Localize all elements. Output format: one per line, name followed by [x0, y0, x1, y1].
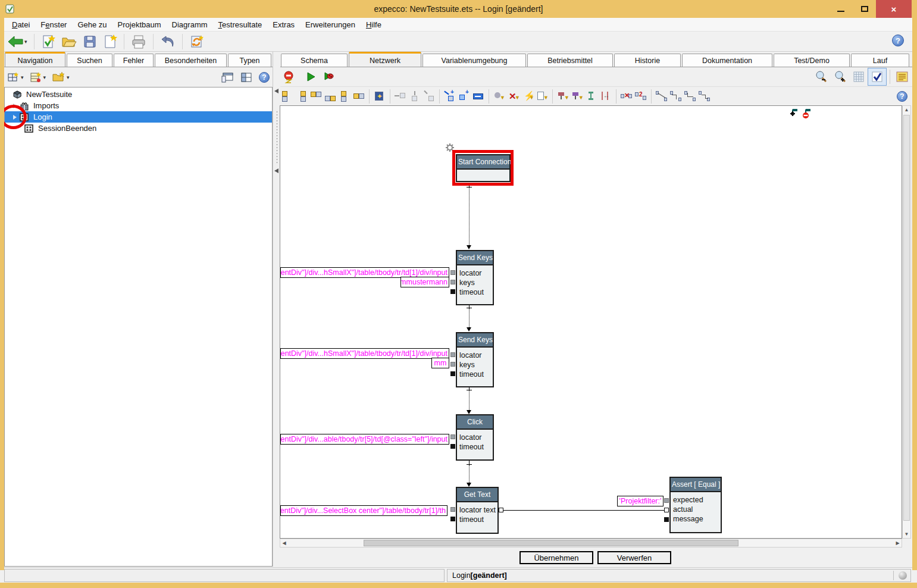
grid-toggle-button[interactable] [850, 68, 868, 86]
conn-style-diag-icon[interactable] [669, 90, 683, 103]
discard-button[interactable]: Verwerfen [597, 551, 671, 564]
tab-fehler[interactable]: Fehler [114, 54, 154, 67]
menu-fenster[interactable]: Fenster [35, 19, 72, 30]
pin-timeout[interactable]: timeout [459, 442, 493, 452]
menu-datei[interactable]: Datei [7, 19, 35, 30]
new-element-menu-button[interactable]: ▾ [4, 68, 27, 86]
node-assert-equal[interactable]: Assert [ Equal ] expected actual message [669, 477, 722, 533]
pin-connector[interactable] [450, 289, 455, 294]
resize-connector-icon[interactable]: ↔ [599, 90, 613, 103]
connection-line[interactable] [469, 308, 470, 327]
remove-connection-icon[interactable]: ✕ [619, 90, 634, 103]
tab-netzwerk[interactable]: Netzwerk [349, 52, 421, 67]
tab-dokumentation[interactable]: Dokumentation [682, 54, 772, 67]
dropdown-icon[interactable]: ▾ [43, 74, 46, 80]
pin-disable-icon[interactable] [800, 108, 811, 119]
delete-step-icon[interactable]: ✕▼ [506, 90, 521, 103]
tab-besonderheiten[interactable]: Besonderheiten [155, 54, 227, 67]
align-hcenter-icon[interactable] [337, 90, 352, 103]
scroll-up-icon[interactable]: ▲ [903, 106, 910, 114]
pin-text-out[interactable]: text [484, 505, 496, 515]
align-vcenter-icon[interactable] [352, 90, 366, 103]
tab-navigation[interactable]: Navigation [5, 52, 65, 67]
vertical-scroll-thumb[interactable] [903, 115, 910, 521]
menu-hilfe[interactable]: Hilfe [361, 19, 387, 30]
conn-style-ortho2-icon[interactable] [697, 90, 712, 103]
value-label-locator[interactable]: ntentDiv"]/div...able/tbody/tr[5]/td[@cl… [280, 434, 449, 445]
node-click[interactable]: Click locator timeout [456, 414, 494, 461]
minimize-button[interactable] [831, 0, 851, 18]
step-gear-icon[interactable] [445, 143, 455, 152]
tab-variablenumgebung[interactable]: Variablenumgebung [422, 54, 526, 67]
menu-extras[interactable]: Extras [267, 19, 300, 30]
scroll-left-icon[interactable]: ◀ [280, 539, 288, 547]
pin-connector[interactable] [664, 517, 669, 522]
step-settings-icon[interactable]: ▼ [492, 90, 506, 103]
pin-timeout[interactable]: timeout [459, 370, 493, 379]
save-button[interactable] [80, 33, 100, 51]
reconnect-icon[interactable]: 2 [634, 90, 648, 103]
pin-keys[interactable]: keys [459, 360, 493, 370]
value-label-keys[interactable]: mmustermann [400, 277, 449, 287]
tab-lauf[interactable]: Lauf [851, 54, 909, 67]
menu-projektbaum[interactable]: Projektbaum [112, 19, 167, 30]
pin-connector[interactable] [450, 434, 455, 439]
tab-test-demo[interactable]: Test/Demo [774, 54, 850, 67]
add-output-pin-icon[interactable]: + [457, 90, 471, 103]
scroll-down-icon[interactable]: ▼ [903, 530, 910, 538]
pin-locator[interactable]: locator [459, 433, 493, 442]
maximize-button[interactable] [855, 0, 875, 18]
insert-into-icon[interactable] [422, 90, 436, 103]
add-start-pin-icon[interactable]: ▼ [556, 90, 570, 103]
pin-connector[interactable] [450, 517, 455, 521]
new-step-icon[interactable]: ✦ [373, 90, 387, 103]
menu-diagramm[interactable]: Diagramm [167, 19, 213, 30]
title-bar[interactable]: expecco: NewTestsuite.ets -- Login [geän… [0, 0, 917, 18]
split-view-button[interactable] [237, 68, 256, 86]
pin-actual[interactable]: actual [673, 505, 721, 514]
expander-icon[interactable] [13, 115, 17, 120]
dropdown-icon[interactable]: ▾ [67, 74, 70, 80]
tree-item-sessionbeenden[interactable]: SessionBeenden [5, 123, 272, 134]
connection-line[interactable] [469, 390, 470, 410]
align-right-icon[interactable] [295, 90, 309, 103]
pin-connector[interactable] [664, 508, 669, 512]
menu-testresultate[interactable]: Testresultate [213, 19, 268, 30]
back-dropdown-icon[interactable]: ▾ [24, 39, 27, 45]
canvas-vertical-scrollbar[interactable]: ▲ ▼ [902, 105, 911, 539]
pin-move-icon[interactable] [787, 108, 798, 119]
debug-button[interactable] [320, 68, 337, 86]
float-window-button[interactable] [218, 68, 237, 86]
align-bottom-icon[interactable] [323, 90, 337, 103]
tab-typen[interactable]: Typen [228, 54, 271, 67]
zoom-in-button[interactable] [831, 68, 850, 86]
step-doc-icon[interactable]: ▼ [535, 90, 549, 103]
print-button[interactable] [128, 33, 149, 51]
connection-line[interactable] [469, 465, 470, 483]
reload-button[interactable] [186, 33, 208, 51]
undo-button[interactable] [157, 33, 179, 51]
pin-timeout[interactable]: timeout [459, 287, 493, 297]
tree-item-login[interactable]: Login [5, 111, 272, 123]
collapse-left-icon[interactable] [274, 89, 278, 93]
conn-style-direct-icon[interactable] [655, 90, 669, 103]
back-button[interactable]: ▾ [4, 33, 30, 51]
value-label-locator[interactable]: ntentDiv"]/div...SelectBox center"]/tabl… [280, 505, 447, 516]
align-top-icon[interactable] [309, 90, 323, 103]
pin-message[interactable]: message [673, 514, 721, 524]
new-folder-menu-button[interactable]: ▾ [49, 68, 73, 86]
tree-item-imports[interactable]: Imports [5, 100, 272, 111]
pin-locator[interactable]: locator [459, 505, 482, 515]
add-end-pin-icon[interactable]: ▼ [570, 90, 584, 103]
pin-locator[interactable]: locator [459, 351, 493, 360]
insert-before-icon[interactable] [393, 90, 408, 103]
stop-button[interactable] [280, 68, 298, 86]
pin-connector-output[interactable] [499, 508, 503, 512]
value-label-locator[interactable]: ntentDiv"]/div...hSmallX"]/table/tbody/t… [280, 348, 449, 359]
menu-gehe-zu[interactable]: Gehe zu [72, 19, 112, 30]
tab-betriebsmittel[interactable]: Betriebsmittel [527, 54, 613, 67]
value-label-expected[interactable]: 'Projektfilter:' [617, 496, 664, 506]
pin-connector[interactable] [450, 280, 455, 284]
pin-connector[interactable] [450, 362, 455, 367]
node-start-connection[interactable]: Start Connection [456, 154, 511, 182]
